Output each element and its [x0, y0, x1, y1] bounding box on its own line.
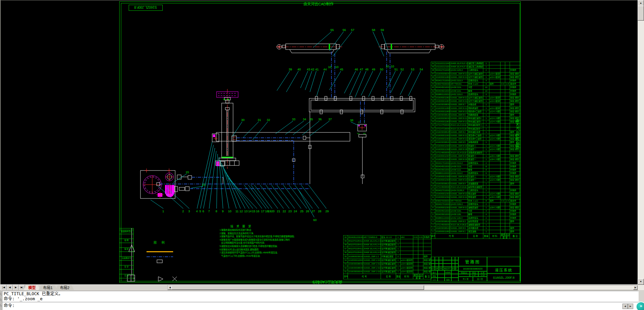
- tech-requirement-line: 应注明规格型号及长度,也可采用国产材料代用;: [220, 241, 331, 245]
- company-box: [487, 257, 520, 266]
- margin-label: 签 字: [119, 266, 134, 268]
- leader-line: [373, 32, 384, 56]
- callout-57: 57: [351, 28, 354, 32]
- port-label-T: T: [364, 121, 365, 123]
- bom-row: 4895040270100050Q/HS4.11RLX三通管接头2外购件: [431, 69, 521, 72]
- bom-row: 416160303081020S160ZL.J30F.8.3齿轮泵装置1部件: [431, 220, 521, 223]
- callout-43: 43: [307, 68, 310, 71]
- command-history[interactable]: PC_TITLE_BLOCK 已重定义。 命令: '_.zoom _e: [2, 291, 639, 302]
- tab-布局1[interactable]: 布局1: [38, 285, 57, 290]
- scale-label: 比 例: [478, 271, 487, 274]
- tab-nav-button-1[interactable]: ◀: [7, 285, 13, 290]
- sheet-total: 共 2 张: [458, 277, 473, 281]
- legend-title: 图 例: [154, 240, 167, 245]
- bom-row: 4490900700000000HRYT5K001管夹 2-φ106组件0.31…: [431, 83, 521, 86]
- signature-cell: 批准: [445, 278, 451, 281]
- bom-row: 5110160393000410S160ZL.J30F.1-520左升降油缸油管…: [344, 270, 431, 274]
- vertical-cylinder: [216, 89, 310, 184]
- bom-row: 2195040170100020Q/HS3.312LX直角管接头2外购件: [431, 161, 521, 165]
- horizontal-scrollbar[interactable]: ◀ ▶: [167, 285, 638, 290]
- tab-模型[interactable]: 模型: [24, 285, 40, 290]
- bom-row: 216160303081010S160ZL.J30F.8.9滤清器总成1组件: [431, 227, 521, 230]
- callout-10: 10: [328, 65, 331, 69]
- tech-requirement-line: 5.装配前应对各管接头连接螺纹进行检查,不得有损坏螺纹现象;: [220, 245, 331, 248]
- command-window-grip[interactable]: [0, 290, 2, 310]
- bom-row: 3916160930118070S160ZL.J30F.8-G16左升力油缸油管…: [431, 100, 521, 103]
- leader-line: [276, 121, 293, 134]
- bom-row: 4595040170100040Q/HS3.310LX直角管接头4外购件: [431, 79, 521, 82]
- bom-row: 570811070105411029408-10LA/XLA-658左升降油缸胶…: [344, 247, 431, 251]
- leader-line: [226, 172, 249, 209]
- cylinder-hoses: [331, 52, 390, 98]
- bom-row: 3016160303081050S160ZL.J30F.8.2转向油缸总成1组件: [431, 130, 521, 134]
- callout-19: 19: [268, 210, 271, 213]
- revision-cell: [431, 264, 435, 267]
- vscroll-up-arrow[interactable]: ▲: [638, 0, 644, 6]
- revision-cell: [435, 257, 439, 260]
- drawing-number: 16160303080020: [458, 266, 487, 271]
- command-scroll-left[interactable]: ◀: [622, 304, 628, 309]
- leader-line: [391, 71, 401, 93]
- revision-cell: [431, 257, 435, 260]
- bom-row: 31072145000000025110-18LA/18LE-350油箱吸油胶管…: [431, 223, 521, 226]
- cad-application-window: 1234567891011121314151617181920212223242…: [0, 0, 644, 310]
- signature-cell: [445, 274, 451, 278]
- assistant-bubble-icon[interactable]: »: [636, 302, 644, 310]
- bom-row: 1516160303081030S160ZL.J30F.8.4滤油器装置1部件: [431, 182, 521, 185]
- bom-row: 3316160930118030S160ZL.J30F.8-G12转向油缸油管1…: [431, 120, 521, 124]
- bom-row: 4395040450100030Q/HS8.310L卡套10外购件: [431, 86, 521, 89]
- hscroll-right-arrow[interactable]: ▶: [633, 285, 638, 290]
- leader-line: [286, 71, 298, 92]
- callout-48: 48: [365, 68, 368, 71]
- callout-47: 47: [360, 68, 363, 71]
- callout-32: 32: [267, 118, 270, 122]
- bom-row: 695040390100010Q/HS8.118L螺母4外购件: [431, 213, 521, 216]
- bom-continuation-table: 6095040812030400HRYTZW800-8接头 12-1.81H62…: [343, 235, 431, 279]
- command-scroll-right[interactable]: ▶: [628, 304, 633, 309]
- bom-main-table: 501011102121040029408-10LF/XLF-2000-720油…: [431, 62, 521, 239]
- vertical-scrollbar[interactable]: ▲ ▼: [638, 0, 644, 290]
- tank-pump-unit: [140, 168, 178, 198]
- callout-50: 50: [380, 68, 383, 71]
- bom-row: 321072147500000025110-12LA/12LE-750转向油缸胶…: [431, 124, 521, 127]
- callout-51: 51: [394, 68, 398, 71]
- callout-39: 39: [289, 68, 292, 71]
- leader-line: [344, 71, 356, 93]
- callout-1: 1: [162, 210, 164, 213]
- callout-36: 36: [318, 118, 322, 121]
- bom-row: 311072147100000025110-12LA/12LE-710转向油缸胶…: [431, 127, 521, 130]
- leader-line: [298, 190, 314, 217]
- margin-label: 日 期: [119, 274, 134, 277]
- vscroll-down-arrow[interactable]: ▼: [638, 279, 644, 285]
- bom-row: 4295040390100070Q/HS8.110L螺母10外购件: [431, 89, 521, 93]
- vscroll-thumb[interactable]: [638, 6, 644, 21]
- hscroll-thumb[interactable]: [171, 285, 424, 290]
- leader-line: [220, 160, 229, 209]
- callout-11: 11: [235, 210, 238, 213]
- tab-布局2[interactable]: 布局2: [55, 285, 74, 290]
- legend-label-hose: 胶 管: [176, 255, 182, 258]
- callout-35: 35: [310, 118, 313, 121]
- bom-row: 3516160303081090S160ZL.J30F.8.6周期阀装置1部件: [431, 113, 521, 117]
- callout-52: 52: [400, 68, 404, 71]
- tab-nav-button-2[interactable]: ▶: [13, 285, 19, 290]
- tab-nav-button-0[interactable]: |◀: [1, 285, 7, 290]
- drawing-canvas[interactable]: 1234567891011121314151617181920212223242…: [1, 0, 638, 284]
- revision-column-label: 年、月、日: [455, 267, 458, 270]
- weight-label: 重 量: [470, 271, 478, 274]
- leader-line: [309, 185, 326, 209]
- signature-cell: 设计: [431, 270, 438, 274]
- leader-line: [355, 71, 366, 97]
- bom-row: 5310160303080420S160ZL.J30F.1-522右升降油缸油管…: [344, 262, 431, 266]
- legend-label-steel: 钢 管: [176, 250, 182, 253]
- margin-label: 描 校: [119, 248, 134, 250]
- command-input[interactable]: 命令:: [2, 302, 639, 310]
- revision-cell: [455, 264, 458, 267]
- technical-requirements: 技 术 要 求 1.管路布置应按实际情况进行敷设;2.钢管、胶管应先清洗洁净并吹…: [220, 224, 331, 257]
- signature-cell: 审核: [431, 274, 438, 278]
- command-history-line: 命令: '_.zoom _e: [4, 297, 637, 302]
- callout-41: 41: [315, 68, 319, 71]
- bom-row: 595088011000000Q/HS2.118LX直通管接头2外购件: [431, 216, 521, 220]
- signature-cell: [451, 278, 458, 281]
- bom-row: 1216160930115030S160ZL.J30F.8-G3泵出油管1φ12…: [431, 192, 521, 196]
